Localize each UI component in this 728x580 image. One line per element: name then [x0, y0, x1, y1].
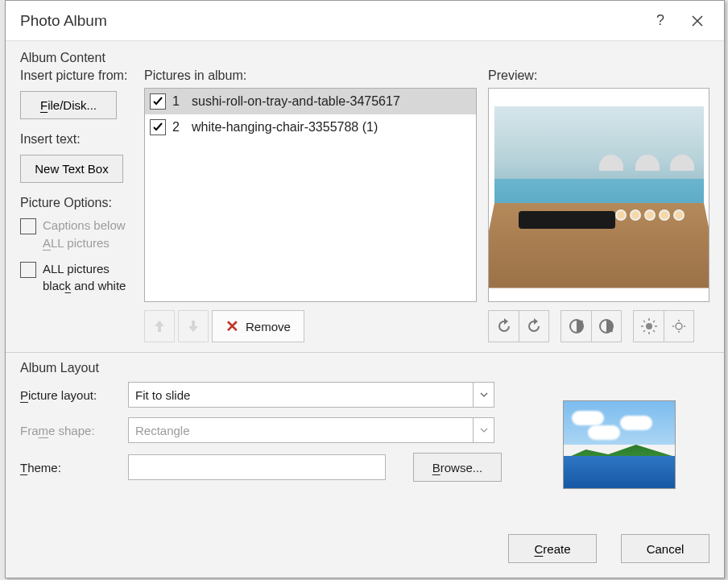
captions-checkbox: [20, 218, 36, 234]
album-content-heading: Album Content: [20, 51, 709, 65]
dialog-content: Album Content Insert picture from: File/…: [6, 41, 724, 578]
file-disk-label-rest: ile/Disk...: [48, 98, 97, 112]
pictures-list[interactable]: 1 sushi-roll-on-tray-and-table-3475617 2…: [144, 88, 477, 302]
preview-image: [494, 106, 704, 284]
brightness-up-icon: [640, 317, 658, 335]
rotate-left-icon: [495, 317, 513, 335]
picture-item-index: 2: [172, 120, 185, 135]
remove-label: Remove: [246, 320, 291, 334]
cancel-button[interactable]: Cancel: [621, 534, 709, 563]
help-icon: ?: [656, 12, 664, 29]
move-up-button[interactable]: [144, 310, 175, 342]
svg-line-12: [643, 330, 645, 332]
contrast-up-button[interactable]: [560, 310, 591, 342]
picture-list-item[interactable]: 2 white-hanging-chair-3355788 (1): [145, 114, 476, 140]
captions-label: Captions below ALL pictures: [43, 217, 133, 252]
picture-item-name: sushi-roll-on-tray-and-table-3475617: [192, 94, 471, 109]
captions-option: Captions below ALL pictures: [20, 217, 133, 252]
bw-checkbox[interactable]: [20, 262, 36, 278]
svg-point-4: [646, 323, 652, 329]
frame-shape-label: Frame shape:: [20, 424, 117, 437]
new-text-box-button[interactable]: New Text Box: [20, 155, 123, 183]
rotate-left-button[interactable]: [488, 310, 519, 342]
bw-option[interactable]: ALL pictures black and white: [20, 260, 133, 296]
svg-point-13: [676, 323, 682, 329]
picture-layout-select[interactable]: Fit to slide: [128, 382, 494, 408]
theme-label: Theme:: [20, 461, 117, 474]
picture-item-checkbox[interactable]: [150, 93, 166, 110]
move-down-button[interactable]: [178, 310, 209, 342]
rotate-right-button[interactable]: [519, 310, 549, 342]
frame-shape-select: Rectangle: [128, 417, 494, 443]
insert-picture-label: Insert picture from:: [20, 68, 133, 83]
theme-input[interactable]: [128, 454, 386, 480]
picture-list-item[interactable]: 1 sushi-roll-on-tray-and-table-3475617: [145, 89, 476, 114]
file-disk-button[interactable]: File/Disk...: [20, 91, 117, 119]
preview-label: Preview:: [488, 68, 709, 83]
picture-item-index: 1: [172, 94, 185, 109]
dialog-title: Photo Album: [20, 12, 642, 30]
brightness-up-button[interactable]: [633, 310, 664, 342]
rotate-right-icon: [525, 317, 543, 335]
svg-line-9: [643, 321, 645, 322]
close-button[interactable]: [679, 2, 716, 39]
preview-pane: [488, 88, 709, 302]
remove-x-icon: ✕: [225, 317, 239, 336]
chevron-down-icon: [473, 383, 494, 407]
close-icon: [692, 15, 703, 27]
titlebar: Photo Album ?: [6, 1, 724, 41]
arrow-up-icon: [152, 318, 167, 334]
remove-button[interactable]: ✕ Remove: [212, 310, 304, 342]
layout-preview-thumbnail: [563, 400, 676, 489]
picture-layout-label: Picture layout:: [20, 388, 117, 402]
picture-item-name: white-hanging-chair-3355788 (1): [192, 120, 471, 135]
create-button[interactable]: Create: [508, 534, 597, 563]
photo-album-dialog: Photo Album ? Album Content Insert pictu…: [5, 0, 725, 578]
picture-item-checkbox[interactable]: [150, 119, 166, 135]
browse-button[interactable]: Browse...: [413, 453, 502, 482]
picture-options-label: Picture Options:: [20, 196, 133, 210]
brightness-down-button[interactable]: [664, 310, 694, 342]
contrast-down-button[interactable]: [591, 310, 622, 342]
insert-text-label: Insert text:: [20, 132, 133, 147]
pictures-in-album-label: Pictures in album:: [144, 68, 477, 83]
chevron-down-icon: [473, 418, 494, 442]
bw-label: ALL pictures black and white: [43, 260, 133, 296]
svg-line-10: [653, 330, 655, 332]
contrast-down-icon: [598, 317, 615, 335]
brightness-down-icon: [670, 317, 688, 335]
contrast-up-icon: [568, 317, 585, 335]
album-layout-heading: Album Layout: [20, 361, 709, 375]
arrow-down-icon: [186, 318, 201, 334]
help-button[interactable]: ?: [642, 2, 679, 39]
svg-line-11: [653, 321, 655, 322]
